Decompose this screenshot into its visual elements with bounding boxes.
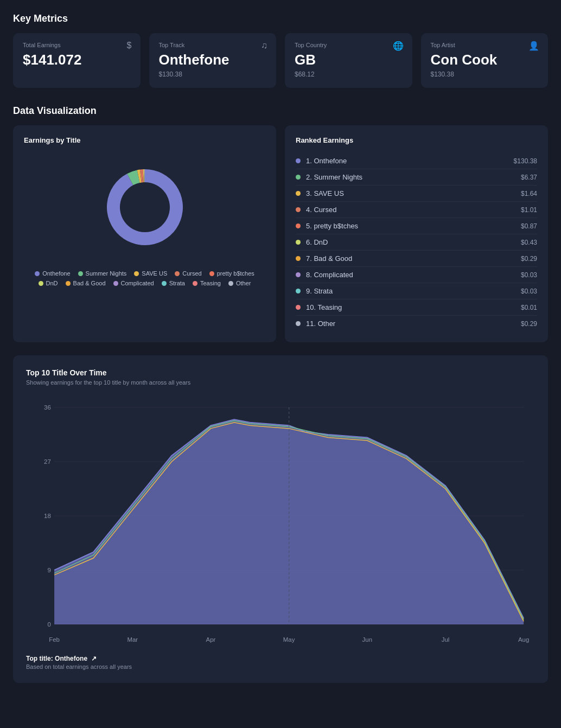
ranked-amount: $0.03: [521, 271, 537, 279]
donut-container: Onthefone Summer Nights SAVE US Cursed p…: [24, 153, 265, 286]
ranked-list: 1. Onthefone $130.38 2. Summer Nights $6…: [296, 153, 537, 331]
top-title-over-time-section: Top 10 Title Over Time Showing earnings …: [13, 355, 548, 683]
ranked-item-1: 1. Onthefone $130.38: [296, 153, 537, 169]
legend-dot: [175, 271, 180, 276]
metric-value: Onthefone: [159, 52, 267, 68]
chart-subtitle: Showing earnings for the top 10 title by…: [26, 379, 535, 386]
ranked-name: 11. Other: [306, 320, 521, 328]
legend-dot: [209, 271, 214, 276]
ranked-amount: $130.38: [514, 157, 537, 165]
key-metrics-title: Key Metrics: [13, 13, 548, 24]
ranked-dot: [296, 305, 301, 310]
metric-label: Top Artist: [431, 42, 539, 48]
ranked-amount: $0.01: [521, 304, 537, 311]
ranked-item-10: 10. Teasing $0.01: [296, 299, 537, 316]
metric-card-total-earnings: Total Earnings $141.072 $: [13, 33, 141, 88]
metric-card-top-country: Top Country GB $68.12 🌐: [285, 33, 412, 88]
legend-dot: [193, 281, 197, 286]
ranked-amount: $0.29: [521, 320, 537, 328]
svg-text:Aug: Aug: [518, 636, 529, 643]
area-chart: 09182736FebMarAprMayJunJulAug: [26, 397, 535, 646]
legend-dot: [78, 271, 83, 276]
ranked-amount: $0.29: [521, 255, 537, 263]
svg-text:Jul: Jul: [442, 636, 450, 643]
key-metrics-section: Key Metrics Total Earnings $141.072 $ To…: [13, 13, 548, 88]
ranked-name: 4. Cursed: [306, 206, 521, 214]
legend-item-Complicated: Complicated: [113, 280, 154, 286]
chart-footer-sub: Based on total earnings across all years: [26, 663, 535, 670]
data-viz-title: Data Visualization: [13, 105, 548, 117]
ranked-dot: [296, 321, 301, 326]
ranked-name: 3. SAVE US: [306, 189, 521, 197]
svg-text:Apr: Apr: [206, 636, 216, 643]
legend-label: Cursed: [182, 270, 201, 277]
area-chart-svg: 09182736FebMarAprMayJunJulAug: [26, 397, 535, 646]
ranked-earnings-title: Ranked Earnings: [296, 136, 537, 144]
trend-icon: ↗: [91, 655, 97, 662]
legend-dot: [228, 281, 233, 286]
ranked-amount: $6.37: [521, 174, 537, 181]
legend-item-SAVE US: SAVE US: [134, 270, 167, 277]
ranked-dot: [296, 289, 301, 293]
svg-text:Jun: Jun: [362, 636, 372, 643]
metric-label: Top Country: [295, 42, 403, 48]
metric-label: Top Track: [159, 42, 267, 48]
legend-label: Bad & Good: [73, 280, 106, 286]
legend-dot: [134, 271, 139, 276]
donut-legend: Onthefone Summer Nights SAVE US Cursed p…: [24, 270, 265, 286]
metric-sub: $130.38: [159, 71, 267, 78]
legend-label: Summer Nights: [86, 270, 127, 277]
svg-text:Feb: Feb: [49, 636, 60, 643]
ranked-name: 1. Onthefone: [306, 157, 514, 165]
legend-item-Cursed: Cursed: [175, 270, 201, 277]
ranked-dot: [296, 158, 301, 163]
metric-card-top-track: Top Track Onthefone $130.38 ♫: [149, 33, 277, 88]
ranked-item-8: 8. Complicated $0.03: [296, 267, 537, 283]
svg-text:9: 9: [47, 567, 50, 573]
legend-label: pretty b$tches: [217, 270, 254, 277]
ranked-name: 10. Teasing: [306, 303, 521, 311]
metric-value: GB: [295, 52, 403, 68]
chart-title: Top 10 Title Over Time: [26, 368, 535, 377]
ranked-name: 7. Bad & Good: [306, 254, 521, 263]
ranked-item-9: 9. Strata $0.03: [296, 283, 537, 299]
svg-text:36: 36: [44, 404, 51, 411]
ranked-earnings-card: Ranked Earnings 1. Onthefone $130.38 2. …: [285, 125, 548, 342]
metric-sub: $130.38: [431, 71, 539, 78]
svg-text:0: 0: [47, 621, 50, 628]
svg-text:27: 27: [44, 458, 51, 465]
ranked-name: 6. DnD: [306, 238, 521, 246]
legend-label: Onthefone: [42, 270, 70, 277]
legend-dot: [39, 281, 43, 286]
earnings-by-title-card: Earnings by Title Onthefone Summer Night…: [13, 125, 276, 342]
ranked-dot: [296, 240, 301, 245]
ranked-item-4: 4. Cursed $1.01: [296, 202, 537, 218]
donut-chart: [91, 153, 199, 261]
ranked-amount: $0.03: [521, 288, 537, 295]
metric-value: Con Cook: [431, 52, 539, 68]
metric-icon: 🌐: [393, 41, 404, 51]
legend-label: Teasing: [200, 280, 221, 286]
ranked-item-3: 3. SAVE US $1.64: [296, 186, 537, 202]
chart-footer-title: Top title: Onthefone ↗: [26, 655, 535, 662]
legend-item-Other: Other: [228, 280, 251, 286]
ranked-dot: [296, 256, 301, 261]
svg-text:18: 18: [44, 513, 51, 519]
ranked-item-6: 6. DnD $0.43: [296, 234, 537, 251]
svg-text:Mar: Mar: [127, 636, 138, 643]
ranked-amount: $0.43: [521, 239, 537, 246]
svg-text:May: May: [283, 636, 295, 643]
metric-icon: ♫: [261, 41, 267, 50]
ranked-item-5: 5. pretty b$tches $0.87: [296, 218, 537, 234]
legend-dot: [35, 271, 40, 276]
metric-icon: 👤: [528, 41, 539, 51]
ranked-dot: [296, 191, 301, 196]
ranked-dot: [296, 272, 301, 277]
ranked-name: 9. Strata: [306, 287, 521, 295]
ranked-amount: $1.01: [521, 206, 537, 214]
legend-item-Onthefone: Onthefone: [35, 270, 70, 277]
ranked-item-2: 2. Summer Nights $6.37: [296, 169, 537, 186]
metric-card-top-artist: Top Artist Con Cook $130.38 👤: [421, 33, 549, 88]
metric-sub: $68.12: [295, 71, 403, 78]
legend-item-Bad & Good: Bad & Good: [66, 280, 106, 286]
